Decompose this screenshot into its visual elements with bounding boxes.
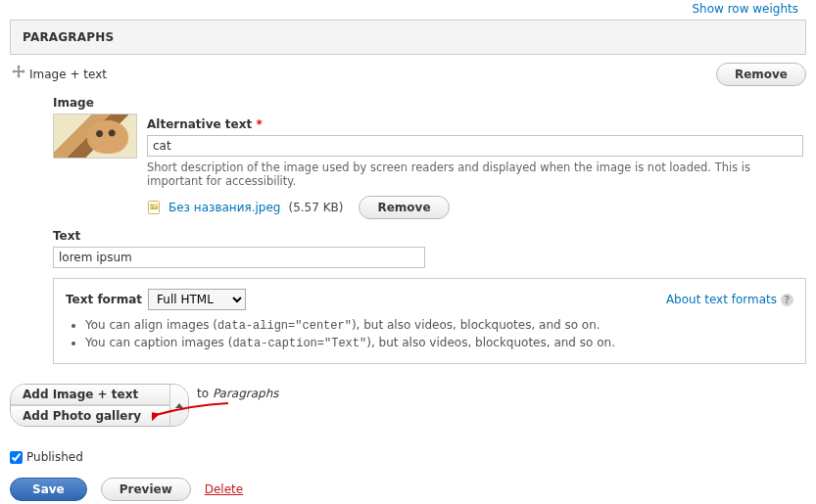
required-marker: * [256, 117, 262, 131]
format-tips-list: You can align images (data-align="center… [66, 318, 793, 350]
help-icon[interactable]: ? [781, 294, 793, 306]
alt-text-input[interactable] [147, 135, 803, 157]
text-format-label: Text format [66, 293, 142, 306]
published-checkbox[interactable] [10, 451, 23, 464]
paragraph-row: Image + text Remove Image Alternative te… [10, 55, 806, 364]
paragraph-type-label: Image + text [27, 68, 107, 81]
format-tip: You can caption images (data-caption="Te… [85, 336, 793, 350]
preview-button[interactable]: Preview [101, 478, 191, 501]
add-paragraph-dropdown[interactable]: Add Image + text Add Photo gallery [10, 384, 189, 427]
svg-point-2 [151, 205, 153, 206]
save-button[interactable]: Save [10, 478, 87, 501]
paragraphs-section-header: PARAGRAPHS [10, 20, 806, 55]
add-image-text-button[interactable]: Add Image + text [11, 385, 169, 405]
text-format-select[interactable]: Full HTML [148, 289, 246, 310]
add-destination-label: to Paragraphs [197, 384, 279, 400]
image-thumbnail [53, 114, 137, 159]
format-tip: You can align images (data-align="center… [85, 318, 793, 333]
add-photo-gallery-button[interactable]: Add Photo gallery [11, 405, 169, 426]
text-format-box: Text format Full HTML About text formats… [53, 278, 806, 364]
file-icon [147, 201, 161, 214]
alt-text-label: Alternative text * [147, 117, 806, 131]
about-text-formats-link[interactable]: About text formats [666, 293, 777, 306]
alt-text-description: Short description of the image used by s… [147, 160, 806, 188]
published-label: Published [26, 450, 83, 464]
delete-link[interactable]: Delete [205, 482, 243, 496]
text-field-label: Text [53, 229, 806, 243]
file-size-text: (5.57 KB) [288, 201, 343, 214]
add-dropdown-toggle[interactable] [169, 385, 188, 426]
remove-paragraph-button[interactable]: Remove [716, 63, 806, 86]
show-row-weights-link[interactable]: Show row weights [692, 2, 798, 16]
chevron-up-icon [175, 403, 183, 408]
file-name-link[interactable]: Без названия.jpeg [168, 201, 280, 214]
image-field-label: Image [53, 96, 806, 110]
text-field-input[interactable] [53, 247, 425, 268]
drag-handle-icon[interactable] [10, 63, 27, 78]
alt-text-label-text: Alternative text [147, 117, 252, 131]
remove-file-button[interactable]: Remove [359, 196, 449, 219]
